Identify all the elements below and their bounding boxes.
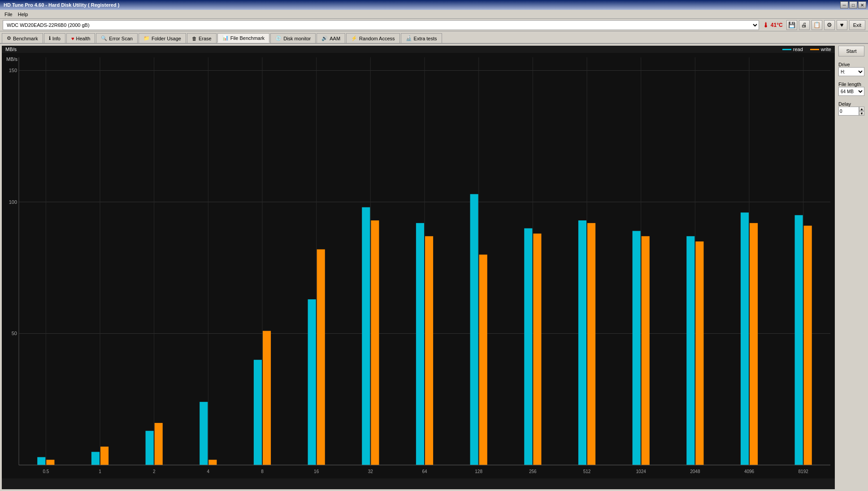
svg-rect-24	[46, 460, 54, 465]
chart-legend: read write	[782, 47, 831, 52]
svg-rect-59	[686, 236, 694, 465]
tab-disk-monitor[interactable]: 💿 Disk monitor	[270, 33, 316, 43]
tab-error-scan[interactable]: 🔍 Error Scan	[96, 33, 138, 43]
svg-text:1: 1	[99, 469, 101, 474]
benchmark-icon: ⚙	[7, 35, 11, 41]
toolbar-icons: 💾 🖨 📋 ⚙ ♥ Exit	[786, 20, 865, 30]
start-button[interactable]: Start	[838, 46, 864, 56]
window-controls: ─ □ ✕	[840, 1, 866, 9]
svg-text:150: 150	[9, 68, 17, 73]
svg-text:4096: 4096	[744, 469, 755, 474]
legend-read: read	[782, 47, 803, 52]
info-icon: ℹ	[49, 35, 51, 41]
svg-rect-26	[91, 452, 100, 465]
y-axis-label: MB/s	[5, 47, 17, 52]
svg-rect-44	[416, 223, 424, 465]
delay-section: Delay ▲ ▼	[838, 99, 866, 116]
chart-container: MB/s read write 50100150MB/s0.5124816326…	[2, 46, 835, 489]
svg-rect-51	[533, 233, 541, 465]
svg-text:0.5: 0.5	[43, 469, 49, 474]
legend-write: write	[810, 47, 831, 52]
panel-drive-select[interactable]: H:	[838, 67, 864, 76]
legend-read-color	[782, 49, 791, 50]
toolbar-icon-2[interactable]: 🖨	[799, 20, 810, 30]
svg-rect-57	[642, 236, 650, 465]
svg-rect-60	[695, 241, 703, 465]
svg-rect-30	[155, 423, 163, 465]
menu-help[interactable]: Help	[15, 11, 31, 18]
svg-rect-62	[741, 212, 749, 465]
temperature-display: 🌡 41°C	[763, 22, 783, 29]
toolbar-icon-5[interactable]: ♥	[837, 20, 847, 30]
svg-text:2048: 2048	[690, 469, 700, 474]
svg-rect-29	[146, 431, 154, 465]
tab-folder-usage[interactable]: 📁 Folder Usage	[139, 33, 186, 43]
file-length-select[interactable]: 64 MB	[838, 87, 864, 96]
svg-rect-50	[524, 228, 532, 465]
menu-file[interactable]: File	[2, 11, 15, 18]
delay-input[interactable]	[838, 107, 859, 116]
svg-text:2: 2	[153, 469, 156, 474]
tab-extra-tests[interactable]: 🔬 Extra tests	[401, 33, 442, 43]
title-bar: HD Tune Pro 4.60 - Hard Disk Utility ( R…	[0, 0, 868, 10]
tab-health[interactable]: ♥ Health	[66, 33, 95, 43]
exit-button[interactable]: Exit	[849, 20, 865, 30]
window-title: HD Tune Pro 4.60 - Hard Disk Utility ( R…	[2, 2, 119, 8]
svg-rect-23	[37, 457, 45, 465]
close-button[interactable]: ✕	[858, 1, 866, 9]
delay-spinner: ▲ ▼	[838, 107, 866, 116]
svg-text:128: 128	[475, 469, 482, 474]
svg-rect-41	[362, 207, 370, 465]
svg-text:MB/s: MB/s	[6, 56, 18, 62]
tab-random-access[interactable]: ⚡ Random Access	[346, 33, 399, 43]
file-length-label: File length	[838, 82, 866, 87]
toolbar-icon-1[interactable]: 💾	[786, 20, 797, 30]
extra-tests-icon: 🔬	[406, 35, 412, 41]
svg-text:4: 4	[207, 469, 210, 474]
spinner-up[interactable]: ▲	[859, 107, 864, 111]
tab-info[interactable]: ℹ Info	[44, 33, 65, 43]
thermometer-icon: 🌡	[763, 22, 769, 29]
spinner-down[interactable]: ▼	[859, 111, 864, 116]
chart-svg: 50100150MB/s0.51248163264128256512102420…	[2, 53, 835, 478]
main-content: MB/s read write 50100150MB/s0.5124816326…	[0, 44, 868, 491]
legend-write-label: write	[821, 47, 831, 52]
svg-rect-33	[208, 460, 217, 465]
disk-monitor-icon: 💿	[275, 35, 282, 41]
svg-rect-42	[371, 220, 379, 465]
svg-text:8192: 8192	[799, 469, 809, 474]
delay-label: Delay	[838, 101, 866, 107]
svg-text:1024: 1024	[636, 469, 647, 474]
svg-rect-63	[750, 223, 758, 465]
svg-text:32: 32	[368, 469, 373, 474]
svg-text:64: 64	[422, 469, 427, 474]
tab-erase[interactable]: 🗑 Erase	[187, 33, 217, 43]
drive-selector[interactable]: WDC WD20EADS-22R6B0 (2000 gB)	[3, 20, 759, 30]
menu-bar: File Help	[0, 10, 868, 19]
svg-rect-47	[470, 194, 478, 465]
aam-icon: 🔊	[321, 35, 328, 41]
maximize-button[interactable]: □	[849, 1, 857, 9]
svg-rect-39	[317, 250, 325, 465]
svg-text:50: 50	[12, 331, 17, 336]
right-panel: Start Drive H: File length 64 MB Delay ▲…	[837, 44, 868, 491]
erase-icon: 🗑	[192, 36, 197, 41]
tab-aam[interactable]: 🔊 AAM	[317, 33, 345, 43]
file-length-section: File length 64 MB	[838, 80, 866, 96]
chart-plot-area: 50100150MB/s0.51248163264128256512102420…	[2, 53, 835, 478]
tab-file-benchmark[interactable]: 📊 File Benchmark	[217, 33, 269, 43]
tab-benchmark[interactable]: ⚙ Benchmark	[2, 33, 43, 43]
svg-rect-36	[263, 331, 271, 465]
toolbar-icon-3[interactable]: 📋	[812, 20, 822, 30]
svg-text:256: 256	[529, 469, 537, 474]
random-access-icon: ⚡	[351, 35, 357, 41]
drive-label: Drive	[838, 62, 866, 67]
minimize-button[interactable]: ─	[840, 1, 848, 9]
tab-bar: ⚙ Benchmark ℹ Info ♥ Health 🔍 Error Scan…	[0, 31, 868, 44]
svg-text:16: 16	[314, 469, 319, 474]
svg-rect-56	[633, 231, 641, 465]
svg-rect-48	[479, 254, 487, 465]
error-scan-icon: 🔍	[101, 35, 107, 41]
svg-text:512: 512	[583, 469, 591, 474]
toolbar-icon-4[interactable]: ⚙	[824, 20, 835, 30]
